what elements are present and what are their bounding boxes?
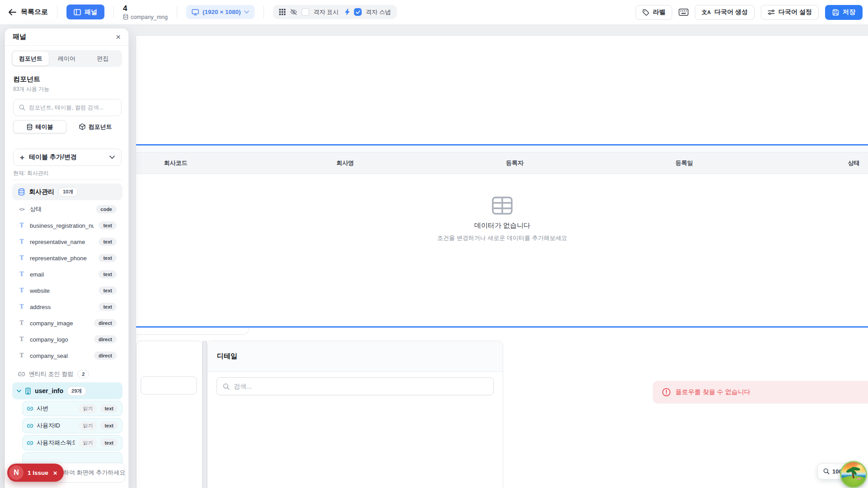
save-button[interactable]: 저장: [825, 5, 863, 20]
database-icon: [18, 188, 25, 196]
panel-toggle-button[interactable]: 패널: [66, 5, 104, 19]
type-badge: text: [99, 270, 117, 278]
detail-search-input[interactable]: [234, 383, 487, 390]
label-button[interactable]: 라벨: [636, 5, 672, 20]
add-change-table-dropdown[interactable]: + 테이블 추가/변경: [13, 149, 122, 166]
i18n-generate-button[interactable]: 文A 다국어 생성: [695, 5, 755, 20]
mode-table-button[interactable]: 테이블: [13, 120, 66, 133]
nextjs-logo-icon: N: [9, 465, 24, 480]
join-field-row[interactable]: 사용자패스워드 읽기 text: [22, 435, 123, 450]
grid-icon[interactable]: [279, 9, 286, 15]
tab-edit[interactable]: 편집: [85, 52, 121, 66]
save-button-text: 저장: [843, 8, 855, 16]
type-badge: text: [100, 422, 118, 430]
close-icon[interactable]: ×: [53, 469, 57, 477]
type-badge: direct: [94, 352, 117, 360]
save-icon: [832, 9, 839, 16]
type-badge: text: [99, 286, 117, 295]
back-label: 목록으로: [21, 8, 48, 16]
dev-issue-badge[interactable]: N 1 Issue ×: [7, 464, 64, 482]
alert-circle-icon: [662, 388, 671, 397]
link-icon: [27, 424, 33, 428]
empty-state-title: 데이터가 없습니다: [367, 221, 638, 230]
search-icon: [223, 383, 230, 390]
source-mode-switch: 테이블 컴포넌트: [13, 120, 122, 133]
column-header[interactable]: 회사명: [260, 159, 430, 167]
i18n-settings-text: 다국어 설정: [778, 8, 812, 16]
text-field-icon: T: [18, 271, 25, 278]
text-field-icon: T: [18, 287, 25, 294]
type-badge: text: [99, 221, 117, 230]
magnifier-icon: [823, 468, 830, 474]
field-row[interactable]: T representative_phone text: [12, 250, 123, 266]
link-icon: [27, 407, 33, 411]
database-icon: [27, 124, 33, 130]
back-to-list-button[interactable]: 목록으로: [8, 8, 48, 16]
database-icon: [123, 14, 128, 20]
empty-table-icon: [491, 196, 513, 215]
keyboard-shortcuts-icon[interactable]: [679, 9, 689, 16]
data-table-component[interactable]: 회사코드 회사명 등록자 등록일 상태 데이터가 없습니다 조건을 변경하거나 …: [136, 144, 868, 328]
list-pane[interactable]: [136, 341, 203, 488]
field-row[interactable]: T company_logo direct: [12, 331, 123, 347]
table-empty-state: 데이터가 없습니다 조건을 변경하거나 새로운 데이터를 추가해보세요: [367, 196, 638, 242]
grid-snap-checkbox[interactable]: [354, 8, 362, 16]
column-header[interactable]: 상태: [769, 159, 868, 167]
join-field-row[interactable]: 사번 읽기 text: [22, 401, 123, 416]
component-search-input[interactable]: [29, 104, 116, 111]
field-row[interactable]: T email text: [12, 266, 123, 282]
field-row[interactable]: <> 상태 code: [12, 201, 123, 217]
chevron-down-icon: [17, 389, 21, 393]
detail-panel-component[interactable]: 디테일: [207, 341, 503, 488]
field-row[interactable]: T representative_name text: [12, 234, 123, 250]
text-field-icon: T: [18, 303, 25, 310]
eye-off-icon[interactable]: [290, 9, 297, 15]
building-icon: [25, 388, 31, 394]
close-icon[interactable]: ×: [116, 33, 121, 41]
i18n-settings-button[interactable]: 다국어 설정: [761, 5, 819, 20]
i18n-generate-text: 다국어 생성: [714, 8, 748, 16]
join-table-row-user-info[interactable]: user_info 29개: [12, 382, 123, 399]
detail-panel-header: 디테일: [208, 341, 503, 372]
sliders-icon: [768, 9, 775, 15]
mode-component-label: 컴포넌트: [89, 123, 112, 131]
island-app-badge[interactable]: [840, 461, 867, 488]
mode-component-button[interactable]: 컴포넌트: [69, 120, 122, 133]
field-row[interactable]: T company_seal direct: [12, 347, 123, 364]
component-search-box[interactable]: [13, 99, 122, 116]
current-table-label: 현재: 회사관리: [13, 169, 49, 177]
divider: [264, 6, 264, 19]
pane-splitter[interactable]: [203, 341, 207, 488]
lightning-icon: [345, 9, 350, 15]
components-heading: 컴포넌트: [13, 75, 40, 84]
resolution-dropdown[interactable]: (868 × 488): [186, 5, 255, 19]
field-row[interactable]: T address text: [12, 299, 123, 315]
grid-show-checkbox[interactable]: [302, 8, 309, 16]
grid-settings-group: 격자 표시 격자 스냅: [273, 5, 396, 19]
table-group-name: 회사관리: [29, 188, 54, 196]
join-field-row[interactable]: 사용자ID 읽기 text: [22, 418, 123, 433]
add-change-table-label: 테이블 추가/변경: [29, 153, 77, 161]
column-header[interactable]: 등록일: [599, 159, 769, 167]
divider: [13, 179, 122, 180]
type-badge: text: [100, 439, 118, 447]
list-pane-input[interactable]: [141, 376, 197, 394]
field-row[interactable]: T website text: [12, 282, 123, 299]
code-icon: <>: [18, 206, 25, 212]
label-button-text: 라벨: [653, 8, 665, 16]
column-header[interactable]: 회사코드: [136, 159, 260, 167]
table-group-row[interactable]: 회사관리 10개: [12, 183, 123, 200]
tab-layers[interactable]: 레이어: [49, 52, 85, 66]
field-row[interactable]: T company_image direct: [12, 315, 123, 331]
detail-search-box[interactable]: [217, 377, 494, 395]
field-row[interactable]: T business_registration_numb text: [12, 217, 123, 234]
readonly-badge: 읽기: [79, 421, 97, 431]
text-field-icon: T: [18, 254, 25, 262]
tab-components[interactable]: 컴포넌트: [13, 52, 49, 66]
text-field-icon: T: [18, 238, 25, 245]
column-header[interactable]: 등록자: [430, 159, 599, 167]
resolution-value: (868 × 488): [203, 9, 241, 15]
issue-count-label: 1 Issue: [28, 469, 48, 476]
table-top-band: [136, 145, 868, 152]
chevron-down-icon: [244, 10, 249, 14]
